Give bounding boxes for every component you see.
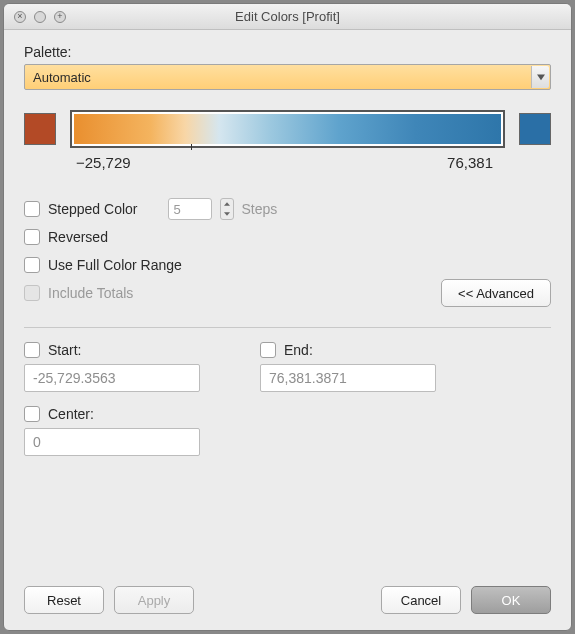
palette-label: Palette: bbox=[24, 44, 551, 60]
range-max-label: 76,381 bbox=[447, 154, 493, 171]
steps-input[interactable]: 5 bbox=[168, 198, 212, 220]
chevron-up-icon[interactable] bbox=[221, 199, 233, 209]
full-range-label: Use Full Color Range bbox=[48, 257, 182, 273]
steps-label: Steps bbox=[242, 201, 278, 217]
reversed-checkbox[interactable] bbox=[24, 229, 40, 245]
zoom-icon[interactable]: + bbox=[54, 11, 66, 23]
stepped-color-label: Stepped Color bbox=[48, 201, 138, 217]
include-totals-checkbox bbox=[24, 285, 40, 301]
steps-stepper[interactable] bbox=[220, 198, 234, 220]
center-row: Center: 0 bbox=[24, 406, 551, 456]
max-color-swatch[interactable] bbox=[519, 113, 551, 145]
range-min-label: −25,729 bbox=[76, 154, 131, 171]
gradient-preview-row bbox=[24, 110, 551, 148]
cancel-button[interactable]: Cancel bbox=[381, 586, 461, 614]
palette-select[interactable]: Automatic bbox=[24, 64, 551, 90]
divider bbox=[24, 327, 551, 328]
advanced-toggle-button[interactable]: << Advanced bbox=[441, 279, 551, 307]
edit-colors-dialog: × + Edit Colors [Profit] Palette: Automa… bbox=[3, 3, 572, 631]
gradient-zero-tick bbox=[191, 144, 192, 150]
include-totals-label: Include Totals bbox=[48, 285, 133, 301]
apply-button: Apply bbox=[114, 586, 194, 614]
window-controls: × + bbox=[4, 11, 66, 23]
start-end-row: Start: -25,729.3563 End: 76,381.3871 bbox=[24, 342, 551, 392]
stepped-color-checkbox[interactable] bbox=[24, 201, 40, 217]
dialog-footer: Reset Apply Cancel OK bbox=[24, 576, 551, 614]
chevron-down-icon[interactable] bbox=[221, 209, 233, 219]
center-label: Center: bbox=[48, 406, 94, 422]
palette-selected-value: Automatic bbox=[33, 70, 91, 85]
start-label: Start: bbox=[48, 342, 81, 358]
end-label: End: bbox=[284, 342, 313, 358]
ok-button[interactable]: OK bbox=[471, 586, 551, 614]
min-color-swatch[interactable] bbox=[24, 113, 56, 145]
start-checkbox[interactable] bbox=[24, 342, 40, 358]
reversed-row: Reversed bbox=[24, 223, 551, 251]
title-bar: × + Edit Colors [Profit] bbox=[4, 4, 571, 30]
end-input[interactable]: 76,381.3871 bbox=[260, 364, 436, 392]
gradient-preview[interactable] bbox=[70, 110, 505, 148]
start-input[interactable]: -25,729.3563 bbox=[24, 364, 200, 392]
reversed-label: Reversed bbox=[48, 229, 108, 245]
chevron-down-icon bbox=[531, 66, 549, 88]
close-icon[interactable]: × bbox=[14, 11, 26, 23]
range-labels: −25,729 76,381 bbox=[24, 154, 551, 171]
center-checkbox[interactable] bbox=[24, 406, 40, 422]
full-range-row: Use Full Color Range bbox=[24, 251, 551, 279]
gradient-bar bbox=[74, 114, 501, 144]
options-group: Stepped Color 5 Steps Reversed Use Full … bbox=[24, 195, 551, 307]
reset-button[interactable]: Reset bbox=[24, 586, 104, 614]
stepped-color-row: Stepped Color 5 Steps bbox=[24, 195, 551, 223]
center-input[interactable]: 0 bbox=[24, 428, 200, 456]
minimize-icon[interactable] bbox=[34, 11, 46, 23]
full-range-checkbox[interactable] bbox=[24, 257, 40, 273]
dialog-content: Palette: Automatic −25,729 76,381 Steppe… bbox=[4, 30, 571, 630]
window-title: Edit Colors [Profit] bbox=[4, 9, 571, 24]
end-checkbox[interactable] bbox=[260, 342, 276, 358]
